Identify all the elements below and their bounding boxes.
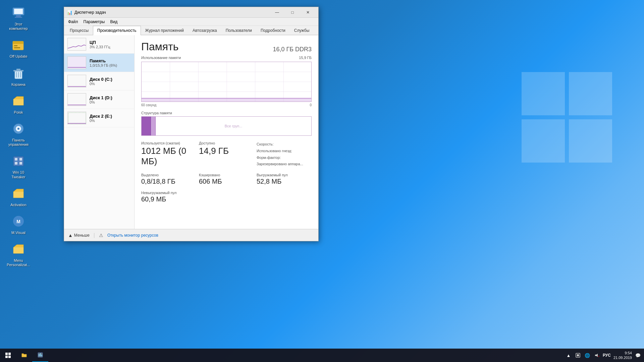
stat-committed-label: Выделено (141, 173, 196, 177)
stat-used-label: Используется (сжатая) (141, 141, 196, 145)
svg-rect-18 (13, 99, 23, 105)
taskbar: ▲ 🌐 x РУС 9:54 21.09.2019 💬 (0, 349, 644, 362)
minimize-button[interactable]: ― (269, 7, 285, 17)
title-bar: 📊 Диспетчер задач ― □ ✕ (64, 7, 318, 18)
recycle-bin-icon (10, 65, 26, 81)
usage-value: 15,9 ГБ (299, 56, 312, 60)
desktop-icon-recycle-bin[interactable]: Корзина (3, 64, 34, 88)
cpu-name: ЦП (90, 40, 131, 45)
menu-bar: Файл Параметры Вид (64, 18, 318, 26)
menu-file[interactable]: Файл (65, 19, 81, 25)
disk2-name: Диск 2 (E:) (90, 114, 131, 119)
svg-rect-5 (14, 9, 23, 14)
sidebar-item-cpu[interactable]: ЦП 3% 2,33 ГГц (64, 35, 134, 54)
taskbar-tray: ▲ 🌐 x РУС 9:54 21.09.2019 💬 (562, 351, 644, 360)
less-button[interactable]: ▲ Меньше (68, 233, 90, 238)
svg-rect-24 (19, 158, 22, 161)
menu-view[interactable]: Вид (107, 19, 120, 25)
disk2-thumb (67, 112, 86, 124)
stat-avail-label: Доступно (199, 141, 254, 145)
memory-thumb (67, 56, 86, 69)
taskbar-file-explorer[interactable] (16, 349, 32, 362)
desktop-icon-menu-personaliz[interactable]: MenuPersonalizat... (3, 240, 34, 268)
tray-globe-icon[interactable]: 🌐 (584, 352, 591, 359)
less-label: Меньше (74, 233, 90, 238)
menu-personaliz-icon (10, 241, 26, 257)
graph-time-right: 0 (310, 103, 312, 107)
stat-nonpaged-value: 60,9 МБ (141, 195, 196, 203)
monitor-icon: ⚠ (99, 233, 103, 238)
stat-paged-label: Выгружаемый пул (257, 173, 312, 177)
disk2-detail: 0% (90, 119, 131, 123)
desktop: Этоткомпьютер Off Update (0, 0, 644, 362)
reserved-label: Зарезервировано аппара... (257, 161, 312, 168)
mem-cached-block (151, 117, 156, 135)
stat-avail-value: 14,9 ГБ (199, 146, 254, 156)
slots-label: Использовано гнезд: (257, 148, 312, 155)
taskbar-taskmanager[interactable] (32, 349, 48, 362)
memory-structure-bar: Все груп... (141, 116, 312, 136)
tab-details[interactable]: Подробности (256, 26, 290, 35)
stat-used: Используется (сжатая) 1012 МБ (0 МБ) (141, 141, 196, 168)
tray-speaker-icon[interactable]: x (593, 352, 600, 359)
graph-time-left: 60 секунд (141, 103, 156, 107)
sidebar-item-disk1[interactable]: Диск 1 (D:) 0% (64, 90, 134, 109)
desktop-icon-off-update[interactable]: Off Update (3, 36, 34, 60)
activation-icon (10, 185, 26, 201)
tab-performance[interactable]: Производительность (93, 26, 141, 35)
svg-rect-1 (569, 72, 612, 115)
svg-rect-13 (13, 70, 23, 71)
this-pc-icon (10, 5, 26, 21)
svg-rect-2 (522, 119, 565, 163)
open-monitor-link[interactable]: Открыть монитор ресурсов (107, 233, 158, 238)
sidebar: ЦП 3% 2,33 ГГц Память 1,0/15, (64, 35, 135, 229)
desktop-icon-this-pc[interactable]: Этоткомпьютер (3, 3, 34, 32)
menu-params[interactable]: Параметры (81, 19, 108, 25)
windows-logo-watermark (517, 67, 617, 168)
taskmanager-icon: 📊 (67, 10, 72, 15)
tray-network-icon[interactable] (575, 352, 581, 359)
memory-usage-graph (141, 62, 312, 102)
content-area: ЦП 3% 2,33 ГГц Память 1,0/15, (64, 35, 318, 229)
sidebar-item-disk2[interactable]: Диск 2 (E:) 0% (64, 109, 134, 127)
tab-processes[interactable]: Процессы (65, 26, 93, 35)
menu-personaliz-label: MenuPersonalizat... (7, 258, 30, 267)
poisk-icon (10, 93, 26, 109)
desktop-icon-win10-tweaker[interactable]: Win 10Tweaker (3, 152, 34, 180)
svg-rect-27 (13, 192, 23, 198)
tray-language[interactable]: РУС (603, 353, 611, 358)
tray-hidden-icons[interactable]: ▲ (565, 352, 572, 359)
svg-rect-25 (15, 162, 17, 165)
start-button[interactable] (0, 349, 16, 362)
stat-available: Доступно 14,9 ГБ (199, 141, 254, 168)
svg-rect-6 (16, 15, 21, 17)
tray-notification[interactable]: 💬 (635, 352, 641, 359)
close-button[interactable]: ✕ (300, 7, 316, 17)
title-bar-buttons: ― □ ✕ (269, 7, 316, 17)
tab-app-history[interactable]: Журнал приложений (141, 26, 188, 35)
desktop-icon-m-visual[interactable]: M M.Visual (3, 212, 34, 236)
mem-free-label: Все груп... (225, 124, 243, 128)
desktop-icon-activation[interactable]: Activation (3, 184, 34, 208)
tab-users[interactable]: Пользователи (221, 26, 256, 35)
svg-rect-53 (41, 355, 42, 356)
time-display: 9:54 (613, 351, 632, 355)
maximize-button[interactable]: □ (285, 7, 300, 17)
disk1-thumb (67, 93, 86, 106)
disk0-thumb (67, 75, 86, 87)
svg-rect-23 (15, 158, 17, 161)
tab-services[interactable]: Службы (290, 26, 314, 35)
cpu-thumb (67, 38, 86, 51)
activation-label: Activation (10, 203, 26, 207)
cpu-info: ЦП 3% 2,33 ГГц (90, 40, 131, 49)
desktop-icon-poisk[interactable]: Poisk (3, 92, 34, 116)
desktop-icon-control-panel[interactable]: Панельуправления (3, 119, 34, 148)
tab-startup[interactable]: Автозагрузка (188, 26, 221, 35)
footer-divider: | (94, 232, 95, 238)
graph-time-labels: 60 секунд 0 (141, 103, 312, 107)
sidebar-item-memory[interactable]: Память 1,0/15,9 ГБ (6%) (64, 54, 134, 72)
stat-speed: Скорость: Использовано гнезд: Форм-факто… (257, 141, 312, 168)
svg-rect-14 (16, 69, 20, 70)
svg-rect-3 (569, 119, 612, 163)
sidebar-item-disk0[interactable]: Диск 0 (C:) 0% (64, 72, 134, 90)
